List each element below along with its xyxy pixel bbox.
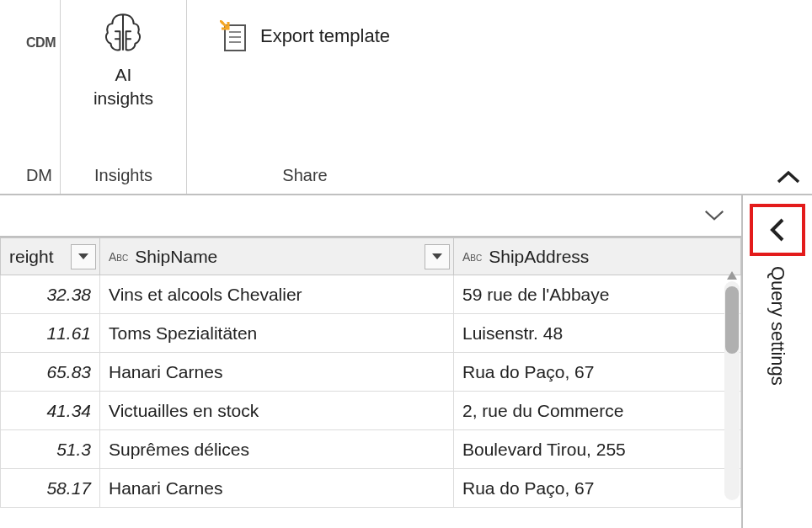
vertical-scrollbar[interactable] [724,281,740,500]
cell-shipname[interactable]: Victuailles en stock [100,392,454,430]
ribbon-group-insights: AI insights Insights [61,0,187,194]
table-row[interactable]: 51.3Suprêmes délicesBoulevard Tirou, 255 [1,430,741,469]
cell-shipaddress[interactable]: Rua do Paço, 67 [454,469,741,508]
filter-dropdown-freight[interactable] [71,244,96,269]
cell-freight[interactable]: 41.34 [1,392,100,430]
cell-shipaddress[interactable]: 2, rue du Commerce [454,392,741,430]
cell-shipname[interactable]: Hanari Carnes [100,353,454,392]
table-row[interactable]: 58.17Hanari CarnesRua do Paço, 67 [1,469,741,508]
cdm-badge: CDM [26,35,56,51]
cell-shipname[interactable]: Toms Spezialitäten [100,314,454,353]
header-row: reight ABC ShipName [1,238,741,275]
cell-shipname[interactable]: Vins et alcools Chevalier [100,275,454,314]
column-header-freight[interactable]: reight [1,238,100,275]
table-row[interactable]: 11.61Toms SpezialitätenLuisenstr. 48 [1,314,741,353]
shipname-header-text: ShipName [135,247,217,267]
expand-query-settings-button[interactable] [750,204,805,256]
grid-wrap: reight ABC ShipName [0,195,741,528]
cdm-mapping-icon [0,16,7,63]
query-settings-panel-collapsed: Query settings [741,195,812,528]
export-template-button[interactable]: Export template [211,15,398,57]
cell-shipaddress[interactable]: Luisenstr. 48 [454,314,741,353]
ai-insights-button[interactable]: AI insights [85,0,162,110]
cell-freight[interactable]: 65.83 [1,353,100,392]
chevron-left-icon [768,217,787,243]
main-area: reight ABC ShipName [0,195,812,528]
formula-bar[interactable] [0,195,741,236]
cell-freight[interactable]: 51.3 [1,430,100,469]
shipaddress-header-text: ShipAddress [489,247,589,267]
collapse-ribbon-icon[interactable] [777,170,800,185]
brain-icon [99,8,147,57]
query-settings-label: Query settings [767,266,788,386]
chevron-down-icon[interactable] [704,210,724,221]
cell-freight[interactable]: 58.17 [1,469,100,508]
data-grid: reight ABC ShipName [0,237,741,528]
cell-freight[interactable]: 11.61 [1,314,100,353]
freight-header-text: reight [9,247,54,267]
scrollbar-thumb[interactable] [725,286,739,354]
filter-dropdown-shipname[interactable] [425,244,450,269]
formula-bar-row [0,195,741,237]
ribbon-group-share: Export template Share [187,0,423,194]
text-type-icon: ABC [109,250,128,264]
table-row[interactable]: 32.38Vins et alcools Chevalier59 rue de … [1,275,741,314]
cell-shipname[interactable]: Suprêmes délices [100,430,454,469]
column-header-shipaddress[interactable]: ABC ShipAddress [454,238,741,275]
table-row[interactable]: 41.34Victuailles en stock2, rue du Comme… [1,392,741,430]
cell-shipaddress[interactable]: Rua do Paço, 67 [454,353,741,392]
insights-group-label: Insights [64,161,183,194]
table-row[interactable]: 65.83Hanari CarnesRua do Paço, 67 [1,353,741,392]
column-header-shipname[interactable]: ABC ShipName [100,238,454,275]
export-template-label: Export template [260,25,390,47]
map-to-entity-button[interactable]: CDM p to tity [0,7,15,117]
caret-down-icon [431,253,443,261]
cell-shipaddress[interactable]: Boulevard Tirou, 255 [454,430,741,469]
cell-shipname[interactable]: Hanari Carnes [100,469,454,508]
ribbon: CDM p to tity DM AI insights Insights [0,0,812,195]
cdm-group-label: DM [0,161,59,194]
grid-body: 32.38Vins et alcools Chevalier59 rue de … [1,275,741,508]
text-type-icon: ABC [462,250,482,264]
scroll-up-icon[interactable] [726,269,738,281]
cell-shipaddress[interactable]: 59 rue de l'Abbaye [454,275,741,314]
ribbon-group-cdm: CDM p to tity DM [0,0,61,194]
insights-btn-line1: AI [115,64,132,86]
cell-freight[interactable]: 32.38 [1,275,100,314]
export-template-icon [220,20,248,52]
insights-btn-line2: insights [93,88,153,109]
caret-down-icon [77,253,89,261]
share-group-label: Share [190,161,419,194]
